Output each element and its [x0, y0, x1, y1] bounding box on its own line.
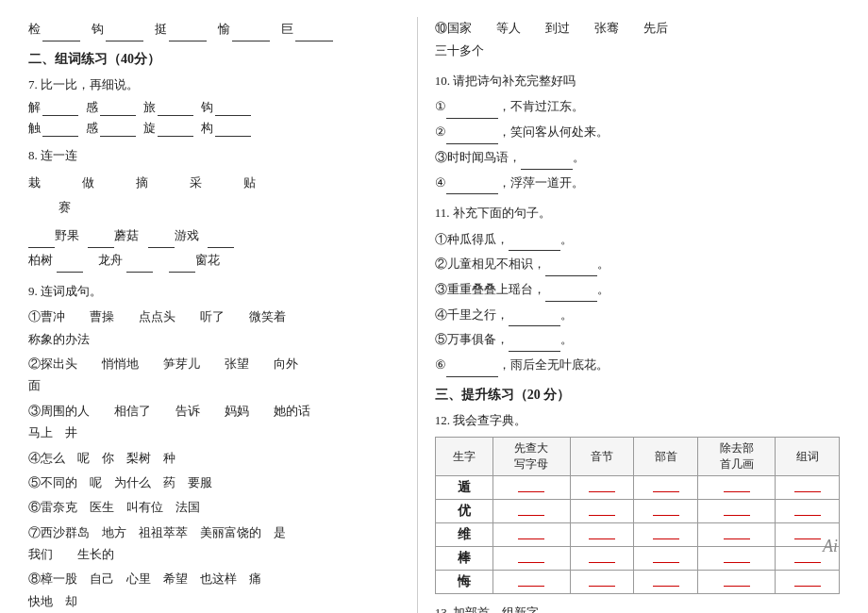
q10-section: 10. 请把诗句补充完整好吗 ①，不肯过江东。 ②，笑问客从何处来。 ③时时闻鸟…: [435, 70, 840, 194]
q10-blank-1: [446, 104, 498, 119]
blank-2: [106, 26, 143, 41]
top-fill-row: 检 钩 挺 愉 巨: [28, 17, 400, 41]
q8-item-sai: 赛: [58, 195, 71, 220]
q11-blank-1: [509, 236, 560, 251]
q8-row2: 赛: [58, 195, 400, 220]
col-header-alpha: 先查大写字母: [492, 438, 570, 476]
q8-blank-3: [148, 233, 175, 248]
q7-blank-3: [158, 101, 193, 116]
q9-item-2: ②探出头 悄悄地 笋芽儿 张望 向外 面: [28, 353, 400, 397]
q8-item-zuo: 做: [58, 171, 94, 195]
blank-5: [295, 26, 333, 41]
char-hui: 悔: [435, 571, 492, 594]
q7-item-2: 感: [86, 99, 136, 116]
q8-row1: 栽 做 摘 采 贴: [28, 171, 400, 195]
q10-item-1: ①，不肯过江东。: [435, 95, 840, 119]
q7-item-4: 钩: [201, 99, 251, 116]
q12-table: 生字 先查大写字母 音节 部首 除去部首几画 组词 遁: [435, 437, 840, 594]
q11-item-6: ⑥，雨后全无叶底花。: [435, 354, 840, 377]
q7-row1: 解 感 旅 钩: [28, 99, 400, 116]
section3-upgrade: 三、提升练习（20 分） 12. 我会查字典。 生字 先查大写字母 音节 部首 …: [435, 387, 840, 613]
left-column: 检 钩 挺 愉 巨 二、组词练习（40分） 7. 比一比，再细说。 解 感: [28, 17, 418, 613]
ai-label: Ai: [823, 537, 838, 556]
table-row: 遁: [435, 476, 839, 500]
fill-item-5: 巨: [281, 17, 333, 41]
char-label: 检: [28, 17, 41, 41]
fill-item-2: 钩: [92, 17, 143, 41]
fill-item-3: 挺: [155, 17, 207, 41]
q8-blank-6: [126, 257, 153, 273]
fill-item-1: 检: [28, 17, 80, 41]
table-row: 优: [435, 500, 839, 523]
q10-label: 10. 请把诗句补充完整好吗: [435, 70, 840, 91]
q9-item-6: ⑥雷奈克 医生 叫有位 法国: [28, 496, 400, 518]
q8-blank-5: [57, 257, 83, 273]
q7-label: 7. 比一比，再细说。: [28, 74, 400, 95]
q8-fruit-row: 野果 蘑菇 游戏: [28, 224, 400, 248]
q8-blank-2: [88, 233, 114, 248]
char-label-3: 挺: [155, 17, 167, 41]
q11-label: 11. 补充下面的句子。: [435, 202, 840, 224]
q8-label: 8. 连一连: [28, 144, 400, 166]
table-row: 棒: [435, 547, 839, 571]
q13-label: 13. 加部首，组新字。: [435, 602, 840, 613]
q11-blank-4: [509, 311, 560, 326]
q8-blank-1: [28, 233, 55, 248]
q9-item-3: ③周围的人 相信了 告诉 妈妈 她的话 马上 井: [28, 400, 400, 444]
q10-blank-3: [521, 155, 573, 170]
blank-3: [169, 26, 207, 41]
char-you: 优: [435, 500, 492, 523]
q10-item-4: ④，浮萍一道开。: [435, 172, 840, 195]
char-label-4: 愉: [218, 17, 230, 41]
q11-item-3: ③重重叠叠上瑶台，。: [435, 278, 840, 302]
char-label-5: 巨: [281, 17, 293, 41]
q7-blank-2: [100, 101, 136, 116]
char-bang: 棒: [435, 547, 492, 571]
q11-item-1: ①种瓜得瓜，。: [435, 228, 840, 252]
q7-blank-1: [42, 101, 78, 116]
q11-blank-3: [545, 287, 597, 302]
blank-4: [232, 26, 270, 41]
q7-blank-7: [158, 122, 193, 137]
q8-item-zai: 栽: [28, 171, 41, 195]
col-header-huashu: 除去部首几画: [698, 438, 776, 476]
char-wei: 维: [435, 523, 492, 547]
q9-label: 9. 连词成句。: [28, 280, 400, 302]
col-header-bushou: 部首: [634, 438, 698, 476]
char-dun: 遁: [435, 476, 492, 500]
q7-item-7: 旋: [143, 120, 193, 137]
q7-blank-6: [100, 122, 136, 137]
q11-blank-5: [509, 337, 560, 352]
q8-item-zhai: 摘: [111, 171, 148, 195]
q7-item-5: 触: [28, 120, 78, 137]
section2-title: 二、组词练习（40分）: [28, 51, 400, 68]
q11-item-2: ②儿童相见不相识，。: [435, 253, 840, 276]
col-header-zuci: 组词: [776, 438, 840, 476]
q7-item-3: 旅: [143, 99, 193, 116]
section-2: 二、组词练习（40分） 7. 比一比，再细说。 解 感 旅 钩 触 感 旋 构 …: [28, 51, 400, 613]
q9-item-4: ④怎么 呢 你 梨树 种: [28, 447, 400, 469]
q9-item-7: ⑦西沙群岛 地方 祖祖萃萃 美丽富饶的 是 我们 生长的: [28, 522, 400, 566]
q10-item-3: ③时时闻鸟语，。: [435, 146, 840, 170]
col-header-yinjie: 音节: [570, 438, 634, 476]
q7-item-1: 解: [28, 99, 78, 116]
char-label-2: 钩: [92, 17, 104, 41]
table-row: 维: [435, 523, 839, 547]
q10-blank-2: [446, 129, 498, 144]
q7-item-8: 构: [201, 120, 251, 137]
q7-blank-5: [42, 122, 78, 137]
q11-item-5: ⑤万事俱备，。: [435, 328, 840, 352]
q11-item-4: ④千里之行，。: [435, 304, 840, 327]
q8-item-tie: 贴: [219, 171, 256, 195]
col-header-char: 生字: [435, 438, 492, 476]
blank-1: [42, 26, 80, 41]
q8-blank-4: [208, 233, 234, 248]
table-row: 悔: [435, 571, 839, 594]
q12-label: 12. 我会查字典。: [435, 409, 840, 431]
q11-section: 11. 补充下面的句子。 ①种瓜得瓜，。 ②儿童相见不相识，。 ③重重叠叠上瑶台…: [435, 202, 840, 377]
q7-blank-4: [215, 101, 251, 116]
q7-blank-8: [215, 122, 251, 137]
q8-tree-row: 柏树 龙舟 窗花: [28, 248, 400, 273]
q11-blank-6: [446, 362, 498, 377]
q7-row2: 触 感 旋 构: [28, 120, 400, 137]
